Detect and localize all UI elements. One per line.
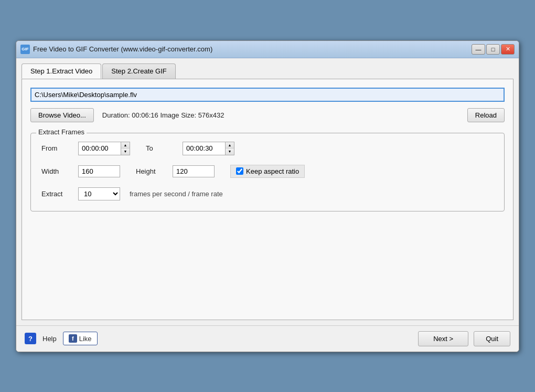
- next-button[interactable]: Next >: [418, 331, 468, 346]
- to-input-container: ▲ ▼: [183, 142, 234, 155]
- keep-aspect-checkbox[interactable]: [236, 167, 243, 175]
- extract-label: Extract: [41, 190, 73, 198]
- tab-content: Browse Video... Duration: 00:06:16 Image…: [22, 79, 513, 320]
- title-bar: gif Free Video to GIF Converter (www.vid…: [16, 41, 519, 58]
- width-label: Width: [41, 167, 73, 175]
- duration-info: Duration: 00:06:16 Image Size: 576x432: [102, 111, 459, 119]
- extract-fps-row: Extract 1 2 5 10 15 20 25 30 frames per …: [41, 187, 494, 200]
- width-height-row: Width Height Keep aspect ratio: [41, 165, 494, 178]
- tab-extract-video[interactable]: Step 1.Extract Video: [22, 63, 101, 79]
- to-spinner: ▲ ▼: [225, 142, 234, 155]
- width-input[interactable]: [78, 165, 120, 177]
- window-title: Free Video to GIF Converter (www.video-g…: [33, 45, 212, 53]
- title-buttons: — □ ✕: [472, 44, 515, 55]
- height-label: Height: [136, 167, 167, 175]
- like-button[interactable]: f Like: [63, 332, 98, 345]
- file-path-row: [30, 88, 505, 102]
- from-to-row: From ▲ ▼ To ▲ ▼: [41, 142, 494, 155]
- help-label[interactable]: Help: [42, 335, 57, 343]
- facebook-icon: f: [69, 334, 77, 343]
- to-time-input[interactable]: [183, 142, 225, 155]
- reload-button[interactable]: Reload: [467, 108, 505, 122]
- from-spin-up[interactable]: ▲: [121, 142, 130, 149]
- keep-aspect-container: Keep aspect ratio: [230, 165, 305, 178]
- footer-right: Next > Quit: [418, 331, 510, 346]
- help-icon[interactable]: ?: [25, 333, 36, 344]
- like-label: Like: [79, 335, 92, 343]
- close-button[interactable]: ✕: [501, 44, 515, 55]
- to-label: To: [146, 144, 177, 152]
- footer: ? Help f Like Next > Quit: [16, 325, 519, 352]
- app-icon: gif: [20, 45, 30, 54]
- title-bar-left: gif Free Video to GIF Converter (www.vid…: [20, 45, 212, 54]
- quit-button[interactable]: Quit: [474, 331, 510, 346]
- from-spinner: ▲ ▼: [121, 142, 130, 155]
- tab-bar: Step 1.Extract Video Step 2.Create GIF: [22, 63, 513, 79]
- tab-create-gif[interactable]: Step 2.Create GIF: [102, 63, 176, 79]
- maximize-button[interactable]: □: [486, 44, 500, 55]
- file-path-input[interactable]: [30, 88, 505, 102]
- footer-left: ? Help f Like: [25, 332, 418, 345]
- extract-fps-dropdown[interactable]: 1 2 5 10 15 20 25 30: [78, 187, 120, 200]
- from-spin-down[interactable]: ▼: [121, 149, 130, 155]
- to-spin-up[interactable]: ▲: [226, 142, 234, 149]
- content-area: Step 1.Extract Video Step 2.Create GIF B…: [16, 58, 519, 325]
- to-spin-down[interactable]: ▼: [226, 149, 234, 155]
- extract-frames-group: Extract Frames From ▲ ▼ To: [30, 133, 505, 211]
- height-input[interactable]: [173, 165, 215, 177]
- browse-button[interactable]: Browse Video...: [30, 108, 94, 122]
- keep-aspect-label: Keep aspect ratio: [246, 167, 299, 175]
- extract-frames-label: Extract Frames: [36, 128, 87, 136]
- browse-row: Browse Video... Duration: 00:06:16 Image…: [30, 108, 505, 122]
- main-window: gif Free Video to GIF Converter (www.vid…: [16, 40, 519, 352]
- minimize-button[interactable]: —: [472, 44, 485, 55]
- from-time-input[interactable]: [79, 142, 121, 155]
- fps-label: frames per second / frame rate: [130, 190, 223, 198]
- from-input-container: ▲ ▼: [78, 142, 130, 155]
- from-label: From: [41, 144, 73, 152]
